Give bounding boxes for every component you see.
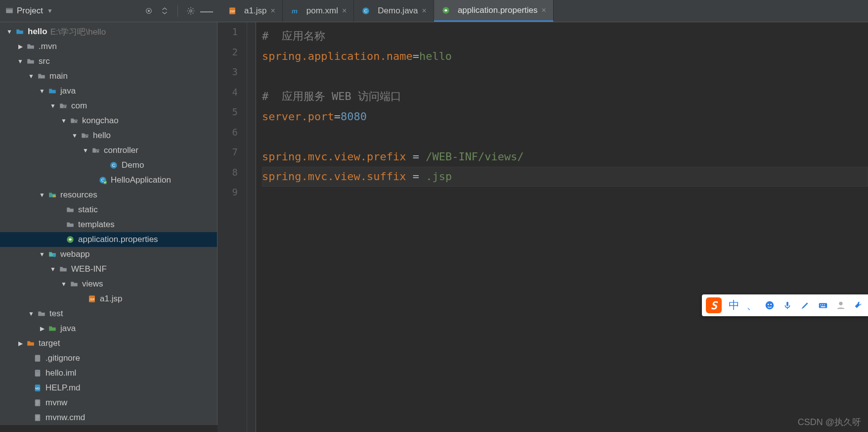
tree-item-gitignore[interactable]: ▶.gitignore — [0, 351, 217, 366]
tree-item-target[interactable]: ▶target — [0, 336, 217, 351]
prop-val: 8080 — [341, 110, 367, 123]
svg-text:MD: MD — [35, 387, 40, 390]
svg-point-45 — [839, 302, 842, 305]
prop-key: spring.mvc.view.prefix — [262, 150, 406, 163]
keyboard-icon[interactable] — [818, 300, 828, 311]
expand-all-icon[interactable] — [159, 5, 171, 17]
tree-item-a1jsp[interactable]: ▶JSPa1.jsp — [0, 291, 217, 306]
svg-point-3 — [148, 10, 150, 12]
tree-item-webinf[interactable]: ▼WEB-INF — [0, 262, 217, 277]
tree-root[interactable]: ▼ hello E:\学习吧\hello — [0, 24, 217, 39]
code-area[interactable]: # 应用名称 spring.application.name=hello # 应… — [256, 22, 868, 432]
ime-toolbar[interactable]: S 中 、 — [702, 294, 868, 316]
tab-label: pom.xml — [306, 6, 338, 16]
line-number[interactable]: 9 — [217, 187, 238, 207]
line-gutter: 1 2 3 4 5 6 7 8 9 — [217, 22, 247, 432]
svg-rect-39 — [786, 302, 788, 306]
line-number[interactable]: 3 — [217, 66, 238, 87]
minimize-icon[interactable]: — — [201, 5, 213, 17]
settings-gear-icon[interactable] — [185, 5, 197, 17]
close-icon[interactable]: × — [422, 6, 427, 15]
tree-item-helpmd[interactable]: ▶MDHELP.md — [0, 381, 217, 395]
tools-icon[interactable] — [853, 300, 864, 311]
line-number[interactable]: 4 — [217, 87, 238, 107]
sogou-logo-icon[interactable]: S — [706, 297, 722, 313]
spring-properties-icon — [441, 5, 451, 15]
svg-rect-42 — [822, 304, 823, 305]
close-icon[interactable]: × — [270, 6, 275, 15]
jsp-file-icon: JSP — [227, 6, 237, 16]
tab-pom[interactable]: m pom.xml × — [283, 0, 354, 22]
svg-point-37 — [768, 304, 769, 305]
prop-key: server.port — [262, 110, 334, 123]
locate-icon[interactable] — [143, 5, 155, 17]
tree-item-webapp[interactable]: ▼webapp — [0, 247, 217, 262]
prop-val: hello — [419, 50, 452, 62]
editor-tabs: JSP a1.jsp × m pom.xml × C Demo.java × a… — [217, 0, 868, 22]
line-number[interactable]: 7 — [217, 146, 238, 167]
line-number[interactable]: 8 — [217, 167, 238, 187]
prop-val: .jsp — [426, 170, 452, 183]
emoji-icon[interactable] — [764, 300, 775, 311]
tab-demo[interactable]: C Demo.java × — [354, 0, 434, 22]
tree-item-demo[interactable]: ▶CDemo — [0, 158, 217, 173]
svg-rect-24 — [35, 370, 41, 377]
maven-file-icon: m — [290, 6, 300, 16]
tree-item-java[interactable]: ▼java — [0, 84, 217, 98]
tab-application-properties[interactable]: application.properties × — [434, 0, 554, 22]
tree-item-views[interactable]: ▼views — [0, 277, 217, 291]
code-comment: # 应用名称 — [262, 29, 325, 44]
line-number[interactable]: 1 — [217, 26, 238, 47]
project-tool-header: Project ▼ — — [0, 0, 217, 22]
svg-point-8 — [75, 121, 78, 123]
tree-item-static[interactable]: ▶static — [0, 202, 217, 217]
line-number[interactable]: 5 — [217, 106, 238, 127]
svg-rect-23 — [35, 355, 41, 362]
tree-item-test-java[interactable]: ▶java — [0, 321, 217, 336]
tab-a1jsp[interactable]: JSP a1.jsp × — [220, 0, 283, 22]
tree-item-helloiml[interactable]: ▶hello.iml — [0, 366, 217, 381]
user-icon[interactable] — [835, 300, 846, 311]
ime-punct[interactable]: 、 — [746, 298, 757, 313]
tab-label: application.properties — [458, 5, 538, 15]
ime-lang[interactable]: 中 — [729, 298, 739, 313]
project-tree[interactable]: ▼ hello E:\学习吧\hello ▶.mvn ▼src ▼main ▼j… — [0, 22, 217, 425]
close-icon[interactable]: × — [542, 6, 546, 15]
line-number[interactable]: 2 — [217, 47, 238, 67]
close-icon[interactable]: × — [342, 6, 347, 15]
tree-item-kongchao[interactable]: ▼kongchao — [0, 113, 217, 128]
prop-val: /WEB-INF/views/ — [426, 150, 524, 163]
editor-body: 1 2 3 4 5 6 7 8 9 # 应用名称 spring.applicat… — [217, 22, 868, 432]
tree-item-hello-pkg[interactable]: ▼hello — [0, 128, 217, 143]
svg-text:m: m — [292, 7, 298, 15]
tree-item-controller[interactable]: ▼controller — [0, 143, 217, 158]
editor-margin — [247, 22, 256, 432]
svg-text:JSP: JSP — [89, 298, 94, 301]
chevron-down-icon: ▼ — [47, 7, 53, 14]
svg-rect-1 — [6, 8, 13, 9]
brush-icon[interactable] — [800, 300, 811, 311]
tree-item-test[interactable]: ▼test — [0, 306, 217, 321]
svg-rect-18 — [53, 195, 56, 197]
tree-item-main[interactable]: ▼main — [0, 69, 217, 84]
svg-rect-25 — [36, 371, 39, 372]
tree-item-src[interactable]: ▼src — [0, 54, 217, 69]
svg-point-20 — [53, 254, 56, 257]
tree-item-mvnwcmd[interactable]: ▶mvnw.cmd — [0, 410, 217, 425]
svg-point-10 — [86, 136, 88, 138]
svg-rect-41 — [821, 304, 822, 305]
svg-point-36 — [766, 301, 774, 310]
tree-item-mvnw[interactable]: ▶mvnw — [0, 395, 217, 410]
tree-item-resources[interactable]: ▼resources — [0, 188, 217, 202]
tree-item-com[interactable]: ▼com — [0, 98, 217, 113]
mic-icon[interactable] — [782, 300, 793, 311]
line-number[interactable]: 6 — [217, 127, 238, 147]
tree-item-mvn[interactable]: ▶.mvn — [0, 39, 217, 54]
tree-item-app-properties[interactable]: ▶application.properties — [0, 232, 217, 247]
tab-label: Demo.java — [378, 6, 418, 16]
svg-text:JSP: JSP — [229, 10, 235, 13]
tree-item-templates[interactable]: ▶templates — [0, 217, 217, 232]
tree-item-helloapp[interactable]: ▶CHelloApplication — [0, 173, 217, 188]
svg-rect-44 — [821, 306, 825, 307]
project-tool-title[interactable]: Project ▼ — [5, 6, 53, 16]
